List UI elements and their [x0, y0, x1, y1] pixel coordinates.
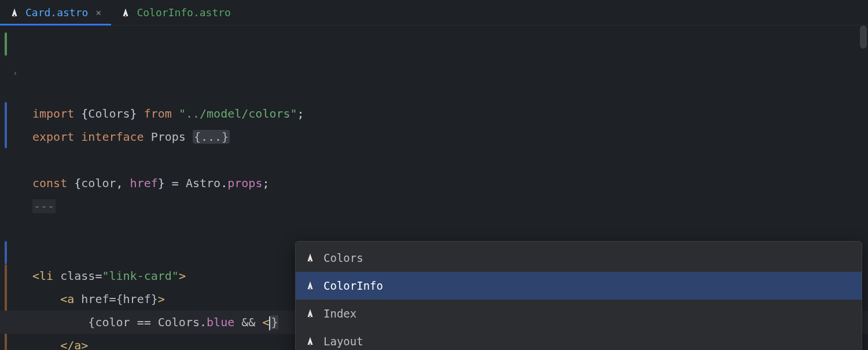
- change-marker: [5, 102, 7, 148]
- scrollbar[interactable]: [860, 25, 867, 350]
- completion-label: Index: [323, 307, 356, 320]
- close-icon[interactable]: ✕: [94, 7, 103, 18]
- astro-file-icon: [305, 308, 315, 319]
- folded-region[interactable]: {...}: [193, 130, 230, 144]
- astro-file-icon: [305, 336, 315, 347]
- tab-label: Card.astro: [25, 6, 88, 19]
- code-line[interactable]: [32, 148, 868, 172]
- scrollbar-thumb[interactable]: [860, 25, 867, 49]
- change-marker: [5, 32, 7, 56]
- completion-item[interactable]: Colors: [296, 244, 862, 272]
- completion-label: Layout: [323, 335, 363, 348]
- change-marker: [5, 264, 7, 350]
- completion-label: ColorInfo: [323, 279, 383, 292]
- astro-file-icon: [120, 8, 131, 18]
- gutter: ›: [0, 25, 28, 350]
- code-line[interactable]: const {color, href} = Astro.props;: [32, 172, 868, 195]
- change-marker: [5, 241, 7, 264]
- fold-chevron-icon[interactable]: ›: [13, 61, 17, 85]
- code-line[interactable]: ---: [32, 195, 868, 218]
- tab-colorinfo-astro[interactable]: ColorInfo.astro ✕: [111, 0, 254, 25]
- completion-label: Colors: [323, 251, 363, 264]
- code-line[interactable]: import {Colors} from "../model/colors";: [32, 102, 868, 125]
- code-line[interactable]: export interface Props {...}: [32, 125, 868, 148]
- tabs-bar: Card.astro ✕ ColorInfo.astro ✕: [0, 0, 868, 25]
- code-line[interactable]: [32, 218, 868, 241]
- brace-match: }: [270, 315, 278, 329]
- completion-item[interactable]: ColorInfo: [296, 272, 862, 300]
- completion-item[interactable]: Layout: [296, 327, 862, 350]
- completion-item[interactable]: Index: [296, 300, 862, 327]
- completion-popup: ColorsColorInfoIndexLayout: [295, 241, 862, 350]
- astro-file-icon: [305, 280, 315, 291]
- tab-label: ColorInfo.astro: [137, 6, 231, 19]
- tab-card-astro[interactable]: Card.astro ✕: [0, 0, 111, 25]
- astro-file-icon: [305, 253, 315, 263]
- astro-file-icon: [9, 8, 20, 18]
